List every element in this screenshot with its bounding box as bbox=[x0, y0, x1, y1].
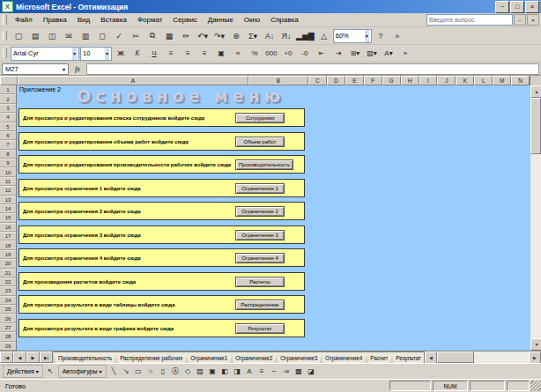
row-header[interactable]: 17 bbox=[0, 232, 16, 240]
row-header[interactable]: 19 bbox=[0, 250, 16, 259]
print-icon[interactable]: ▥ bbox=[78, 29, 93, 43]
row-header[interactable]: 11 bbox=[0, 177, 16, 186]
cut-icon[interactable]: ✂ bbox=[128, 29, 144, 43]
resize-grip[interactable] bbox=[530, 381, 541, 391]
menu-row-button[interactable]: Производительность bbox=[235, 159, 293, 170]
sheet-tab[interactable]: Ограничение2 bbox=[230, 351, 278, 363]
minimize-workbook-button[interactable]: − bbox=[514, 14, 526, 26]
line-icon[interactable]: ╲ bbox=[108, 366, 120, 377]
text-box-icon[interactable]: ▯ bbox=[158, 366, 169, 377]
select-all-corner[interactable] bbox=[0, 76, 18, 85]
oval-icon[interactable]: ○ bbox=[145, 366, 157, 377]
decrease-indent-icon[interactable]: ⇤ bbox=[314, 47, 330, 61]
first-sheet-icon[interactable]: |◀ bbox=[0, 351, 13, 363]
row-header[interactable]: 10 bbox=[0, 167, 16, 176]
font-color-icon[interactable]: А bbox=[244, 366, 256, 377]
row-header[interactable]: 26 bbox=[0, 314, 16, 322]
paste-icon[interactable]: ▦ bbox=[161, 29, 177, 43]
format-painter-icon[interactable]: ✏ bbox=[178, 29, 194, 43]
row-header[interactable]: 22 bbox=[0, 277, 16, 286]
row-header[interactable]: 1 bbox=[0, 85, 16, 94]
ask-question-input[interactable] bbox=[426, 14, 513, 26]
percent-style-icon[interactable]: % bbox=[247, 47, 263, 61]
row-header[interactable]: 27 bbox=[0, 323, 16, 332]
horizontal-scroll-thumb[interactable] bbox=[437, 351, 474, 363]
row-header[interactable]: 25 bbox=[0, 305, 16, 314]
maximize-button[interactable]: □ bbox=[510, 1, 524, 13]
borders-icon[interactable]: ⊞▾ bbox=[347, 47, 363, 61]
close-workbook-button[interactable]: × bbox=[527, 14, 539, 26]
chart-wizard-icon[interactable]: ▂▅▇ bbox=[295, 29, 315, 43]
column-header[interactable]: C bbox=[308, 76, 327, 85]
copy-icon[interactable]: ⧉ bbox=[145, 29, 160, 43]
row-header[interactable]: 14 bbox=[0, 204, 16, 213]
horizontal-scroll-track[interactable] bbox=[474, 351, 529, 363]
menu-item[interactable]: Формат bbox=[132, 15, 167, 25]
menu-item[interactable]: Файл bbox=[10, 15, 38, 25]
fill-color-icon[interactable]: ◧ bbox=[219, 366, 231, 377]
scroll-right-icon[interactable]: ▶ bbox=[529, 351, 541, 364]
toolbar-grip[interactable] bbox=[3, 31, 7, 41]
font-name-combo[interactable]: Arial Cyr ▾ bbox=[11, 47, 79, 61]
toolbar-options-icon[interactable]: » bbox=[389, 29, 405, 43]
vertical-scroll-thumb[interactable] bbox=[530, 98, 541, 154]
row-header[interactable]: 12 bbox=[0, 186, 16, 195]
row-header[interactable]: 28 bbox=[0, 332, 16, 341]
toolbar-grip[interactable] bbox=[3, 15, 7, 25]
column-header[interactable]: L bbox=[474, 76, 493, 85]
align-center-icon[interactable]: ≡ bbox=[180, 47, 196, 61]
minimize-button[interactable]: − bbox=[495, 1, 509, 13]
row-header[interactable]: 2 bbox=[0, 94, 16, 103]
row-header[interactable]: 4 bbox=[0, 113, 16, 122]
row-header[interactable]: 16 bbox=[0, 223, 16, 232]
help-icon[interactable]: ? bbox=[373, 29, 389, 43]
close-button[interactable]: × bbox=[525, 1, 539, 13]
sheet-tab[interactable]: Ограничение3 bbox=[275, 351, 322, 363]
sheet-tab[interactable]: Результат bbox=[390, 351, 424, 363]
sheet-tab[interactable]: Ограничение1 bbox=[185, 351, 233, 363]
row-header[interactable]: 24 bbox=[0, 296, 16, 305]
sort-descending-icon[interactable]: Я↓ bbox=[278, 29, 294, 43]
font-color-icon[interactable]: А▾ bbox=[381, 47, 396, 61]
decrease-decimal-icon[interactable]: -0 bbox=[297, 47, 313, 61]
row-header[interactable]: 8 bbox=[0, 150, 16, 159]
menu-row-button[interactable]: Результат bbox=[235, 323, 285, 334]
menu-item[interactable]: Справка bbox=[265, 15, 303, 25]
row-header[interactable]: 7 bbox=[0, 140, 16, 149]
zoom-combo[interactable]: 60% ▾ bbox=[333, 29, 372, 43]
column-header[interactable]: A bbox=[18, 76, 248, 85]
dash-style-icon[interactable]: ┄ bbox=[269, 366, 280, 377]
diagram-icon[interactable]: ◇ bbox=[182, 366, 194, 377]
menu-row-button[interactable]: Ограничение 4 bbox=[235, 253, 285, 263]
sort-ascending-icon[interactable]: А↓ bbox=[262, 29, 278, 43]
row-header[interactable]: 13 bbox=[0, 196, 16, 204]
increase-decimal-icon[interactable]: +0 bbox=[280, 47, 296, 61]
insert-function-icon[interactable]: fx bbox=[70, 65, 85, 73]
draw-menu-button[interactable]: Действия ▾ bbox=[3, 365, 43, 378]
wordart-icon[interactable]: Ⓐ bbox=[170, 366, 182, 377]
row-header[interactable]: 3 bbox=[0, 104, 16, 113]
last-sheet-icon[interactable]: ▶| bbox=[40, 351, 53, 363]
scroll-up-icon[interactable]: ▲ bbox=[530, 85, 541, 98]
menu-item[interactable]: Окно bbox=[239, 15, 266, 25]
drawing-icon[interactable]: △ bbox=[316, 29, 332, 43]
menu-row-button[interactable]: Распределение bbox=[235, 300, 285, 310]
column-header[interactable]: D bbox=[327, 76, 345, 85]
fill-color-icon[interactable]: ▨▾ bbox=[364, 47, 380, 61]
line-style-icon[interactable]: ≡ bbox=[256, 366, 268, 377]
menu-row-button[interactable]: Объем работ bbox=[235, 137, 285, 147]
previous-sheet-icon[interactable]: ◀ bbox=[13, 351, 26, 363]
next-sheet-icon[interactable]: ▶ bbox=[26, 351, 40, 363]
row-header[interactable]: 23 bbox=[0, 286, 16, 295]
sheet-area[interactable]: Приложение 2 Основное меню Для просмотра… bbox=[17, 85, 530, 351]
menu-row-button[interactable]: Сотрудники bbox=[235, 113, 285, 123]
row-header[interactable]: 20 bbox=[0, 259, 16, 268]
arrow-style-icon[interactable]: ⇒ bbox=[281, 366, 293, 377]
sheet-tab[interactable]: Распределение рабочих bbox=[115, 351, 188, 363]
currency-style-icon[interactable]: ¤ bbox=[230, 47, 246, 61]
column-header[interactable]: K bbox=[456, 76, 474, 85]
menu-item[interactable]: Правка bbox=[38, 15, 72, 25]
font-size-combo[interactable]: 10 ▾ bbox=[80, 47, 112, 61]
spelling-icon[interactable]: ✓ bbox=[111, 29, 127, 43]
underline-icon[interactable]: Ч bbox=[146, 47, 162, 61]
